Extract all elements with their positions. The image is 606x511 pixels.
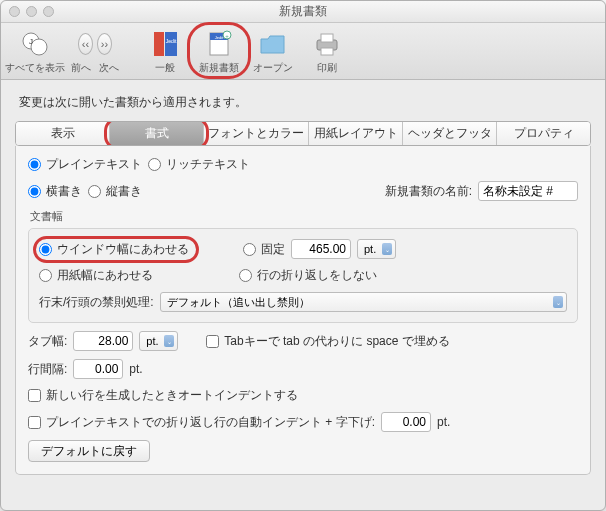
wrap-indent-unit: pt. bbox=[437, 415, 450, 429]
svg-text:Jedit: Jedit bbox=[166, 38, 177, 44]
open-folder-icon bbox=[256, 29, 290, 59]
svg-text:Jedit: Jedit bbox=[215, 35, 224, 40]
svg-rect-3 bbox=[154, 32, 164, 56]
tab-width-unit[interactable]: pt. bbox=[139, 331, 178, 351]
tab-format[interactable]: 書式 bbox=[110, 122, 204, 145]
svg-text:J: J bbox=[29, 37, 33, 46]
forward-button[interactable]: ›› bbox=[97, 33, 112, 55]
toolbar: J すべてを表示 ‹‹ ›› 前へ 次へ Jedit 一般 +Jedit bbox=[1, 23, 605, 80]
radio-no-wrap[interactable]: 行の折り返しをしない bbox=[239, 267, 377, 284]
tab-width-label: タブ幅: bbox=[28, 333, 67, 350]
check-tab-to-space[interactable]: Tabキーで tab の代わりに space で埋める bbox=[206, 333, 449, 350]
tab-fonts-colors[interactable]: フォントとカラー bbox=[204, 122, 309, 145]
toolbar-general[interactable]: Jedit 一般 bbox=[139, 29, 191, 75]
line-spacing-field[interactable] bbox=[73, 359, 123, 379]
new-doc-name-label: 新規書類の名前: bbox=[385, 183, 472, 200]
doc-width-label: 文書幅 bbox=[30, 209, 578, 224]
window-title: 新規書類 bbox=[1, 3, 605, 20]
tab-width-field[interactable] bbox=[73, 331, 133, 351]
tabs: 表示 書式 フォントとカラー 用紙レイアウト ヘッダとフッタ プロパティ bbox=[15, 121, 591, 146]
radio-fit-window[interactable]: ウインドウ幅にあわせる bbox=[39, 241, 189, 258]
printer-icon bbox=[310, 29, 344, 59]
doc-width-group: ウインドウ幅にあわせる 固定 pt. 用紙幅にあわせる 行の折り返しをしない 行… bbox=[28, 228, 578, 323]
svg-rect-13 bbox=[321, 48, 333, 55]
fixed-width-unit[interactable]: pt. bbox=[357, 239, 396, 259]
radio-fixed[interactable]: 固定 bbox=[243, 241, 285, 258]
tab-properties[interactable]: プロパティ bbox=[497, 122, 590, 145]
fixed-width-field[interactable] bbox=[291, 239, 351, 259]
toolbar-show-all[interactable]: J すべてを表示 bbox=[9, 29, 61, 75]
radio-vertical[interactable]: 縦書き bbox=[88, 183, 142, 200]
toolbar-nav: ‹‹ ›› 前へ 次へ bbox=[63, 29, 127, 75]
tab-display[interactable]: 表示 bbox=[16, 122, 110, 145]
titlebar: 新規書類 bbox=[1, 1, 605, 23]
radio-plain-text[interactable]: プレインテキスト bbox=[28, 156, 142, 173]
toolbar-new-document[interactable]: +Jedit 新規書類 bbox=[193, 29, 245, 75]
check-auto-indent[interactable]: 新しい行を生成したときオートインデントする bbox=[28, 387, 298, 404]
radio-rich-text[interactable]: リッチテキスト bbox=[148, 156, 250, 173]
new-document-icon: +Jedit bbox=[202, 29, 236, 59]
line-break-label: 行末/行頭の禁則処理: bbox=[39, 294, 154, 311]
back-button[interactable]: ‹‹ bbox=[78, 33, 93, 55]
line-spacing-label: 行間隔: bbox=[28, 361, 67, 378]
svg-rect-4 bbox=[165, 32, 177, 56]
toolbar-print[interactable]: 印刷 bbox=[301, 29, 353, 75]
show-all-icon: J bbox=[18, 29, 52, 59]
svg-rect-12 bbox=[321, 34, 333, 42]
general-icon: Jedit bbox=[148, 29, 182, 59]
radio-fit-paper[interactable]: 用紙幅にあわせる bbox=[39, 267, 153, 284]
svg-text:+: + bbox=[225, 33, 229, 39]
reset-defaults-button[interactable]: デフォルトに戻す bbox=[28, 440, 150, 462]
wrap-indent-field[interactable] bbox=[381, 412, 431, 432]
toolbar-open[interactable]: オープン bbox=[247, 29, 299, 75]
tab-page-layout[interactable]: 用紙レイアウト bbox=[309, 122, 403, 145]
check-wrap-indent[interactable]: プレインテキストでの折り返し行の自動インデント + 字下げ: bbox=[28, 414, 375, 431]
tab-header-footer[interactable]: ヘッダとフッタ bbox=[403, 122, 497, 145]
apply-note: 変更は次に開いた書類から適用されます。 bbox=[19, 94, 587, 111]
new-doc-name-field[interactable] bbox=[478, 181, 578, 201]
line-break-select[interactable]: デフォルト（追い出し禁則） bbox=[160, 292, 567, 312]
format-panel: プレインテキスト リッチテキスト 横書き 縦書き 新規書類の名前: 文書幅 ウイ… bbox=[15, 146, 591, 475]
line-spacing-unit: pt. bbox=[129, 362, 142, 376]
svg-point-1 bbox=[31, 39, 47, 55]
radio-horizontal[interactable]: 横書き bbox=[28, 183, 82, 200]
